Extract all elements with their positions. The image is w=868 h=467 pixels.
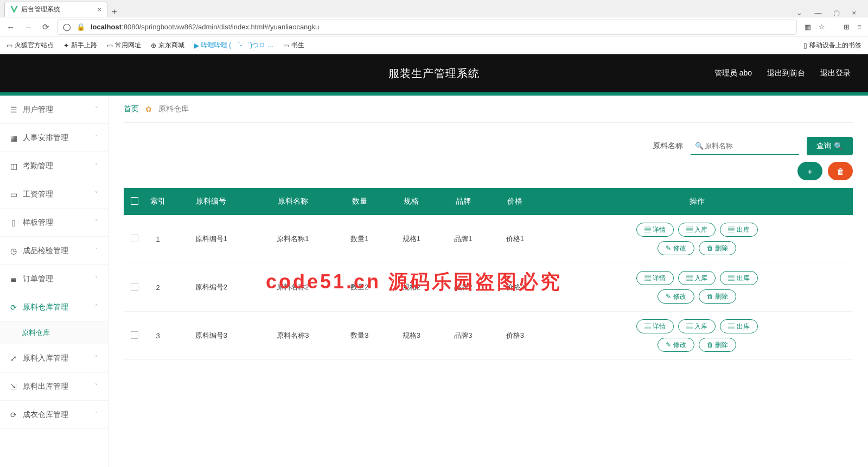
delete-row-button[interactable]: 🗑 删除 [699, 289, 736, 304]
chevron-down-icon: ˅ [95, 219, 98, 226]
sidebar-item[interactable]: ☰用户管理˅ [0, 96, 108, 124]
cell-brand: 品牌1 [437, 215, 489, 263]
delete-button[interactable]: 🗑 [828, 162, 853, 180]
sidebar-item[interactable]: ▦人事安排管理˅ [0, 124, 108, 152]
star-icon[interactable]: ☆ [819, 23, 825, 31]
breadcrumb: 首页 ✿ 原料仓库 [124, 96, 853, 123]
breadcrumb-home[interactable]: 首页 [124, 104, 139, 114]
maximize-icon[interactable]: ▢ [833, 9, 840, 17]
sidebar-subitem[interactable]: 原料仓库 [0, 321, 108, 344]
detail-button[interactable]: ▤ 详情 [636, 223, 674, 237]
new-tab-button[interactable]: + [107, 7, 122, 17]
tab-title: 后台管理系统 [21, 5, 60, 14]
browser-tab[interactable]: 后台管理系统 × [4, 2, 107, 17]
search-input[interactable] [691, 137, 799, 155]
delete-row-button[interactable]: 🗑 删除 [699, 338, 736, 352]
cell-name: 原料名称3 [252, 312, 334, 360]
cell-spec: 规格2 [386, 263, 438, 312]
delete-row-button[interactable]: 🗑 删除 [699, 241, 736, 255]
bookmark-mobile[interactable]: ▯ 移动设备上的书签 [803, 41, 861, 50]
sidebar-item[interactable]: ▯样板管理˅ [0, 209, 108, 237]
menu-icon: ⟳ [10, 303, 17, 312]
bookmark-item[interactable]: ▭ 常用网址 [107, 41, 141, 50]
table-header: 品牌 [437, 188, 489, 215]
bookmark-item[interactable]: ▭ 火狐官方站点 [7, 41, 54, 50]
edit-button[interactable]: ✎ 修改 [658, 289, 694, 304]
detail-button[interactable]: ▤ 详情 [636, 319, 674, 333]
url-host: localhost [91, 23, 122, 31]
sidebar-item[interactable]: ⟳原料仓库管理˄ [0, 293, 108, 321]
in-button[interactable]: ▤ 入库 [678, 223, 716, 237]
menu-label: 工资管理 [23, 190, 53, 199]
bookmark-item[interactable]: ▶ 哔哩哔哩 ( ゜- ゜)つロ … [194, 41, 273, 50]
table-header [124, 188, 145, 215]
to-front-link[interactable]: 退出到前台 [767, 68, 805, 78]
sidebar-item[interactable]: ⇲原料出库管理˅ [0, 373, 108, 401]
out-button[interactable]: ▤ 出库 [720, 271, 757, 285]
row-checkbox[interactable] [131, 283, 138, 291]
logout-link[interactable]: 退出登录 [820, 68, 851, 78]
sidebar-item[interactable]: ▭工资管理˅ [0, 180, 108, 209]
bookmark-item[interactable]: ▭ 书生 [283, 41, 304, 50]
address-bar[interactable]: ◯ 🔒 localhost:8080/springbootww862/admin… [57, 20, 797, 35]
table-header: 价格 [489, 188, 541, 215]
breadcrumb-current: 原料仓库 [158, 104, 189, 114]
table-header: 规格 [386, 188, 438, 215]
menu-icon: ⟳ [10, 411, 17, 419]
chevron-down-icon: ˅ [95, 247, 98, 254]
menu-icon: ◫ [10, 162, 17, 171]
lock-icon: 🔒 [76, 23, 85, 31]
caret-down-icon[interactable]: ⌄ [796, 9, 802, 17]
shield-icon: ◯ [63, 23, 71, 31]
table-row: 1 原料编号1 原料名称1 数量1 规格1 品牌1 价格1 ▤ 详情 ▤ 入库 … [124, 215, 853, 263]
chevron-up-icon: ˄ [95, 304, 98, 311]
cell-code: 原料编号3 [170, 312, 252, 360]
sidebar-item[interactable]: ⟳成衣仓库管理˅ [0, 401, 108, 429]
minimize-icon[interactable]: — [814, 9, 821, 17]
in-button[interactable]: ▤ 入库 [678, 319, 716, 333]
menu-icon: ▯ [10, 218, 17, 227]
menu-icon: ▦ [10, 134, 17, 142]
out-button[interactable]: ▤ 出库 [720, 223, 757, 237]
chevron-down-icon: ˅ [95, 191, 98, 198]
menu-label: 用户管理 [23, 105, 53, 115]
sidebar-item[interactable]: ≣订单管理˅ [0, 265, 108, 293]
back-icon[interactable]: ← [7, 22, 15, 32]
query-button[interactable]: 查询 🔍 [807, 137, 853, 155]
qr-icon[interactable]: ▦ [805, 23, 811, 31]
bookmark-item[interactable]: ✦ 新手上路 [63, 41, 97, 50]
edit-button[interactable]: ✎ 修改 [658, 241, 694, 255]
menu-icon[interactable]: ≡ [857, 23, 861, 31]
menu-icon: ◷ [10, 247, 17, 255]
extensions-icon[interactable]: ⊞ [844, 23, 850, 31]
chevron-down-icon: ˅ [95, 411, 98, 418]
menu-label: 成衣仓库管理 [23, 410, 68, 420]
add-button[interactable]: + [797, 162, 822, 180]
table-header: 数量 [334, 188, 386, 215]
cell-name: 原料名称2 [252, 263, 334, 312]
sidebar-item[interactable]: ◫考勤管理˅ [0, 152, 108, 180]
bookmark-bar: ▭ 火狐官方站点 ✦ 新手上路 ▭ 常用网址 ⊕ 京东商城 ▶ 哔哩哔哩 ( ゜… [0, 37, 868, 54]
in-button[interactable]: ▤ 入库 [678, 271, 716, 285]
close-window-icon[interactable]: × [852, 9, 856, 17]
cell-price: 价格3 [489, 312, 541, 360]
bookmark-item[interactable]: ⊕ 京东商城 [151, 41, 184, 50]
sidebar-item[interactable]: ◷成品检验管理˅ [0, 237, 108, 265]
row-checkbox[interactable] [131, 331, 138, 339]
close-icon[interactable]: × [98, 6, 101, 14]
row-checkbox[interactable] [131, 235, 138, 242]
checkbox-all[interactable] [131, 197, 138, 205]
sidebar-item[interactable]: ⤢原料入库管理˅ [0, 344, 108, 373]
vue-icon [10, 6, 18, 14]
out-button[interactable]: ▤ 出库 [720, 319, 757, 333]
reload-icon[interactable]: ⟳ [42, 22, 49, 32]
table-header: 操作 [541, 188, 853, 215]
forward-icon[interactable]: → [24, 22, 33, 32]
action-row: + 🗑 [124, 162, 853, 180]
table-header: 原料编号 [170, 188, 252, 215]
detail-button[interactable]: ▤ 详情 [636, 271, 674, 285]
cell-code: 原料编号1 [170, 215, 252, 263]
menu-label: 原料出库管理 [23, 382, 68, 392]
admin-label[interactable]: 管理员 abo [714, 68, 752, 78]
edit-button[interactable]: ✎ 修改 [658, 338, 694, 352]
